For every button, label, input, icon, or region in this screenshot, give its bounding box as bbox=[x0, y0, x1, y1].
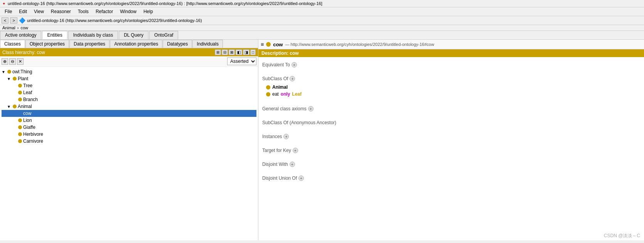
back-button[interactable]: < bbox=[2, 17, 8, 24]
tree-dot-leaf bbox=[18, 91, 22, 94]
menu-item-window[interactable]: Window bbox=[117, 8, 140, 15]
tree-dot-plant bbox=[13, 77, 17, 81]
class-tab-classes[interactable]: Classes bbox=[0, 40, 25, 48]
add-button-disjoint-with[interactable]: + bbox=[290, 162, 295, 167]
left-panel: ClassesObject propertiesData propertiesA… bbox=[0, 40, 258, 240]
menu-item-file[interactable]: File bbox=[2, 8, 15, 15]
tree-item-giaffe[interactable]: Giaffe bbox=[2, 124, 256, 131]
entity-header: ≡ cow — http://www.semanticweb.org/cyh/o… bbox=[258, 40, 644, 49]
breadcrumb: Animal › cow bbox=[0, 25, 644, 31]
tree-item-carnivore[interactable]: Carnivore bbox=[2, 138, 256, 145]
add-button-general-class-axioms[interactable]: + bbox=[308, 106, 314, 111]
section-content-subclass-of: Animaleat only Leaf bbox=[262, 83, 640, 99]
expression-dot bbox=[266, 92, 270, 96]
tree-item-lion[interactable]: Lion bbox=[2, 117, 256, 124]
tree-item-branch[interactable]: Branch bbox=[2, 96, 256, 103]
ontology-icon: 🔷 bbox=[19, 17, 25, 24]
main-tab-active-ontology[interactable]: Active ontology bbox=[0, 31, 41, 39]
section-label-subclass-of-anon: SubClass Of (Anonymous Ancestor) bbox=[262, 120, 336, 125]
breadcrumb-animal[interactable]: Animal bbox=[2, 25, 15, 30]
tree-toggle-owl-thing[interactable]: ▼ bbox=[2, 70, 6, 74]
menu-item-view[interactable]: View bbox=[31, 8, 47, 15]
tree-label-branch: Branch bbox=[23, 97, 38, 102]
expand-all-button[interactable]: ⊕ bbox=[2, 58, 8, 65]
section-label-instances: Instances bbox=[262, 134, 282, 139]
menu-item-reasoner[interactable]: Reasoner bbox=[48, 8, 74, 15]
tree-label-tree: Tree bbox=[23, 83, 32, 88]
hierarchy-controls: ⊞ ⊟ ⊠ ◧ ◨ □ bbox=[215, 49, 256, 55]
ctrl-3[interactable]: ⊠ bbox=[229, 49, 235, 55]
ctrl-1[interactable]: ⊞ bbox=[215, 49, 221, 55]
entity-menu-icon[interactable]: ≡ bbox=[261, 41, 264, 47]
class-entry-animal[interactable]: Animal bbox=[266, 84, 636, 91]
tree-dot-owl-thing bbox=[7, 70, 11, 74]
section-title-subclass-of: SubClass Of+ bbox=[262, 75, 640, 83]
asserted-select[interactable]: Asserted Inferred bbox=[227, 57, 256, 65]
add-button-disjoint-union-of[interactable]: + bbox=[298, 176, 304, 181]
section-subclass-of: SubClass Of+Animaleat only Leaf bbox=[262, 73, 640, 100]
section-title-equivalent-to: Equivalent To+ bbox=[262, 61, 640, 69]
section-label-equivalent-to: Equivalent To bbox=[262, 62, 290, 68]
section-title-general-class-axioms: General class axioms+ bbox=[262, 105, 640, 113]
add-button-equivalent-to[interactable]: + bbox=[292, 62, 297, 68]
class-tab-individuals[interactable]: Individuals bbox=[192, 40, 223, 48]
expression-entry[interactable]: eat only Leaf bbox=[266, 91, 636, 98]
collapse-all-button[interactable]: ⊖ bbox=[9, 58, 16, 65]
class-tabs: ClassesObject propertiesData propertiesA… bbox=[0, 40, 258, 48]
entity-url: — http://www.semanticweb.org/cyh/ontolog… bbox=[285, 42, 434, 47]
menu-item-help[interactable]: Help bbox=[140, 8, 156, 15]
main-tab-individuals-by-class[interactable]: Individuals by class bbox=[68, 31, 118, 39]
tree-dot-branch bbox=[18, 98, 22, 101]
tree-toggle-plant[interactable]: ▼ bbox=[7, 77, 12, 81]
tree-item-animal[interactable]: ▼Animal bbox=[2, 103, 256, 110]
section-label-disjoint-union-of: Disjoint Union Of bbox=[262, 176, 297, 181]
class-dot-animal bbox=[266, 85, 270, 89]
tree-label-herbivore: Herbivore bbox=[23, 132, 43, 137]
ctrl-2[interactable]: ⊟ bbox=[222, 49, 228, 55]
ctrl-4[interactable]: ◧ bbox=[236, 49, 242, 55]
section-title-disjoint-union-of: Disjoint Union Of+ bbox=[262, 174, 640, 182]
main-tab-ontograf[interactable]: OntoGraf bbox=[149, 31, 178, 39]
class-tab-datatypes[interactable]: Datatypes bbox=[163, 40, 192, 48]
class-tab-data-properties[interactable]: Data properties bbox=[69, 40, 110, 48]
menu-item-edit[interactable]: Edit bbox=[16, 8, 30, 15]
tree-item-herbivore[interactable]: Herbivore bbox=[2, 131, 256, 138]
add-button-instances[interactable]: + bbox=[283, 134, 289, 139]
expression-suffix: Leaf bbox=[292, 91, 302, 97]
main-tab-dl-query[interactable]: DL Query bbox=[119, 31, 148, 39]
add-button-target-for-key[interactable]: + bbox=[293, 148, 298, 153]
hierarchy-title: Class hierarchy: cow bbox=[2, 50, 45, 55]
tree-label-plant: Plant bbox=[18, 76, 28, 81]
clear-button[interactable]: ✕ bbox=[17, 58, 24, 65]
forward-button[interactable]: > bbox=[10, 17, 17, 24]
main-content: ClassesObject propertiesData propertiesA… bbox=[0, 40, 644, 240]
tree-label-owl-thing: owl:Thing bbox=[12, 69, 32, 74]
expression-prefix: eat bbox=[272, 91, 279, 97]
ctrl-5[interactable]: ◨ bbox=[243, 49, 250, 55]
menu-item-refactor[interactable]: Refactor bbox=[93, 8, 116, 15]
add-button-subclass-of[interactable]: + bbox=[290, 76, 295, 81]
breadcrumb-cow[interactable]: cow bbox=[20, 25, 28, 30]
title-bar: ✦ untitled-ontology-16 (http://www.seman… bbox=[0, 0, 644, 7]
tree-label-cow: cow bbox=[23, 111, 31, 116]
right-panel: ≡ cow — http://www.semanticweb.org/cyh/o… bbox=[258, 40, 644, 240]
tree-item-owl-thing[interactable]: ▼owl:Thing bbox=[2, 68, 256, 75]
tree-toggle-animal[interactable]: ▼ bbox=[7, 105, 12, 109]
tree-label-giaffe: Giaffe bbox=[23, 125, 35, 130]
class-tab-object-properties[interactable]: Object properties bbox=[25, 40, 69, 48]
tree-dot-animal bbox=[13, 105, 17, 108]
section-target-for-key: Target for Key+ bbox=[262, 145, 640, 156]
tree-label-carnivore: Carnivore bbox=[23, 138, 43, 144]
class-tab-annotation-properties[interactable]: Annotation properties bbox=[110, 40, 162, 48]
ctrl-6[interactable]: □ bbox=[250, 49, 256, 55]
right-content: Equivalent To+SubClass Of+Animaleat only… bbox=[258, 57, 644, 240]
section-label-general-class-axioms: General class axioms bbox=[262, 106, 307, 111]
tree-item-tree[interactable]: Tree bbox=[2, 82, 256, 89]
menu-item-tools[interactable]: Tools bbox=[75, 8, 92, 15]
tree-item-plant[interactable]: ▼Plant bbox=[2, 75, 256, 82]
main-tab-entities[interactable]: Entities bbox=[42, 31, 67, 39]
tree-dot-tree bbox=[18, 84, 22, 88]
tree-item-leaf[interactable]: Leaf bbox=[2, 89, 256, 96]
tree-label-lion: Lion bbox=[23, 118, 32, 123]
tree-item-cow[interactable]: cow bbox=[2, 110, 256, 117]
